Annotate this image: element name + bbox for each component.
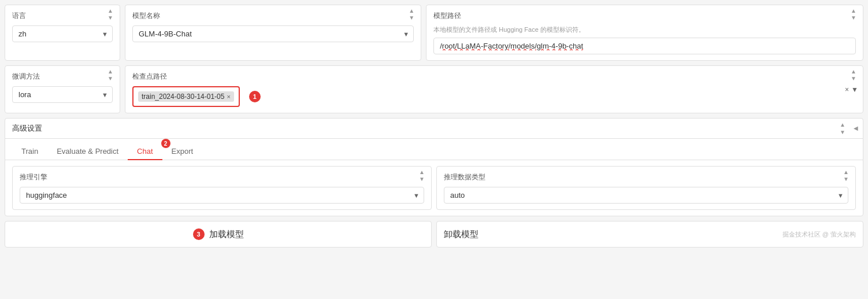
main-container: 语言 zh en ▼ ▲ ▼ 模型名称 GLM-4-9B-Chat LLaMA-… <box>0 0 868 252</box>
unload-model-label: 卸载模型 <box>444 229 478 240</box>
tab-evaluate-label: Evaluate & Predict <box>57 147 118 156</box>
inference-engine-panel-collapse-btn[interactable]: ▲ ▼ <box>416 170 428 182</box>
inference-dtype-panel: 推理数据类型 auto float16 bfloat16 float32 ▼ ▲… <box>436 166 856 210</box>
tab-chat-step-badge: 2 <box>161 139 170 148</box>
inference-engine-label: 推理引擎 <box>20 172 424 182</box>
finetune-panel: 微调方法 lora full freeze ▼ ▲ ▼ <box>5 65 120 113</box>
model-name-panel: 模型名称 GLM-4-9B-Chat LLaMA-3-8B ▼ ▲ ▼ <box>125 5 421 61</box>
chevron-down-icon8: ▼ <box>843 176 849 182</box>
model-name-select-wrapper[interactable]: GLM-4-9B-Chat LLaMA-3-8B ▼ <box>132 25 414 42</box>
model-name-select[interactable]: GLM-4-9B-Chat LLaMA-3-8B <box>132 25 414 42</box>
inference-engine-select-wrapper[interactable]: huggingface vllm lmdeploy ▼ <box>20 187 424 204</box>
checkpoint-dropdown-icon[interactable]: ▼ <box>851 86 858 94</box>
finetune-select-wrapper[interactable]: lora full freeze ▼ <box>12 86 113 103</box>
advanced-section: 高级设置 ◀ ▲ ▼ Train Evaluate & Predict Chat… <box>5 118 863 216</box>
chevron-down-icon6: ▼ <box>840 129 845 135</box>
inference-engine-panel: 推理引擎 huggingface vllm lmdeploy ▼ ▲ ▼ <box>12 166 432 210</box>
checkpoint-panel-collapse-btn[interactable]: ▲ ▼ <box>848 69 859 81</box>
chevron-up-icon2: ▲ <box>409 8 414 14</box>
chevron-down-icon3: ▼ <box>851 15 856 21</box>
chevron-down-icon7: ▼ <box>419 176 425 182</box>
tab-evaluate[interactable]: Evaluate & Predict <box>47 143 128 160</box>
language-label: 语言 <box>12 11 113 21</box>
chevron-up-icon6: ▲ <box>840 121 845 128</box>
chevron-down-icon5: ▼ <box>851 76 856 82</box>
chevron-up-icon: ▲ <box>107 8 113 14</box>
tab-chat[interactable]: Chat 2 <box>128 143 162 160</box>
inference-dtype-label: 推理数据类型 <box>444 172 848 182</box>
finetune-panel-collapse-btn[interactable]: ▲ ▼ <box>105 69 116 81</box>
model-path-input[interactable] <box>433 38 856 54</box>
chevron-up-icon8: ▲ <box>843 169 849 175</box>
chevron-up-icon3: ▲ <box>851 8 856 14</box>
chevron-down-icon4: ▼ <box>107 76 113 82</box>
tab-train[interactable]: Train <box>12 143 47 160</box>
inference-dtype-panel-collapse-btn[interactable]: ▲ ▼ <box>840 170 852 182</box>
advanced-expand-btns[interactable]: ▲ ▼ <box>840 121 845 135</box>
load-model-button[interactable]: 3 加载模型 <box>5 221 432 248</box>
tab-export-label: Export <box>172 147 194 156</box>
finetune-select[interactable]: lora full freeze <box>12 86 113 103</box>
checkpoint-label: 检查点路径 <box>132 72 856 82</box>
unload-model-button[interactable]: 卸载模型 掘金技术社区 @ 萤火架构 <box>436 221 863 248</box>
load-model-step-badge: 3 <box>193 228 205 240</box>
checkpoint-clear-icon[interactable]: × <box>845 86 849 94</box>
action-buttons-row: 3 加载模型 卸载模型 掘金技术社区 @ 萤火架构 <box>5 221 863 248</box>
inference-dtype-select-wrapper[interactable]: auto float16 bfloat16 float32 ▼ <box>444 187 848 204</box>
model-name-label: 模型名称 <box>132 11 414 21</box>
model-path-panel-collapse-btn[interactable]: ▲ ▼ <box>848 9 859 20</box>
finetune-label: 微调方法 <box>12 72 113 82</box>
watermark-text: 掘金技术社区 @ 萤火架构 <box>782 230 856 239</box>
language-panel-collapse-btn[interactable]: ▲ ▼ <box>105 9 116 20</box>
language-select[interactable]: zh en <box>12 25 113 42</box>
language-panel: 语言 zh en ▼ ▲ ▼ <box>5 5 120 61</box>
advanced-header: 高级设置 ◀ ▲ ▼ <box>5 119 863 139</box>
chevron-up-icon7: ▲ <box>419 169 425 175</box>
model-path-label: 模型路径 <box>433 11 856 21</box>
checkpoint-row: 微调方法 lora full freeze ▼ ▲ ▼ 检查点路径 train <box>5 65 863 113</box>
chevron-up-icon5: ▲ <box>851 69 856 75</box>
checkpoint-tag-close-icon[interactable]: × <box>227 94 230 100</box>
chevron-down-icon: ▼ <box>107 15 113 21</box>
chevron-down-icon2: ▼ <box>409 15 414 21</box>
tabs-row: Train Evaluate & Predict Chat 2 Export <box>5 139 863 160</box>
checkpoint-tag-input[interactable]: train_2024-08-30-14-01-05 × <box>132 86 240 107</box>
checkpoint-tag: train_2024-08-30-14-01-05 × <box>138 91 234 102</box>
inference-engine-select[interactable]: huggingface vllm lmdeploy <box>20 187 424 204</box>
chevron-up-icon4: ▲ <box>107 69 113 75</box>
inference-dtype-select[interactable]: auto float16 bfloat16 float32 <box>444 187 848 204</box>
load-model-label: 加载模型 <box>209 229 244 240</box>
checkpoint-step-badge: 1 <box>249 91 261 102</box>
top-row: 语言 zh en ▼ ▲ ▼ 模型名称 GLM-4-9B-Chat LLaMA-… <box>5 5 863 61</box>
triangle-left-icon: ◀ <box>854 125 858 131</box>
language-select-wrapper[interactable]: zh en ▼ <box>12 25 113 42</box>
model-name-panel-collapse-btn[interactable]: ▲ ▼ <box>406 9 417 20</box>
advanced-collapse-btn[interactable]: ◀ <box>854 125 858 131</box>
bottom-panels-row: 推理引擎 huggingface vllm lmdeploy ▼ ▲ ▼ 推理数… <box>5 160 863 216</box>
checkpoint-tag-text: train_2024-08-30-14-01-05 <box>142 93 224 101</box>
tab-train-label: Train <box>21 147 38 156</box>
model-path-panel: 模型路径 本地模型的文件路径或 Hugging Face 的模型标识符。 ▲ ▼ <box>426 5 863 61</box>
checkpoint-panel: 检查点路径 train_2024-08-30-14-01-05 × 1 × ▼ … <box>125 65 863 113</box>
advanced-title: 高级设置 <box>12 123 42 134</box>
tab-chat-label: Chat <box>137 147 153 156</box>
model-path-hint: 本地模型的文件路径或 Hugging Face 的模型标识符。 <box>433 25 856 34</box>
